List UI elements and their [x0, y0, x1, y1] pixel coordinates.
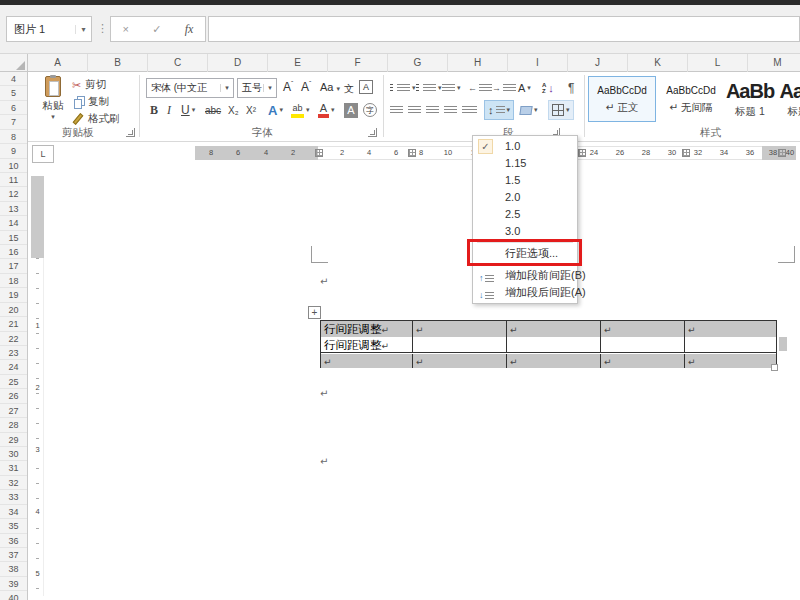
column-header-J[interactable]: J — [568, 54, 628, 72]
sort-button[interactable]: AZ ↓ — [542, 78, 554, 98]
underline-dropdown-icon[interactable]: ▾ — [192, 106, 196, 114]
row-header-26[interactable]: 26 — [0, 389, 27, 403]
row-header-6[interactable]: 6 — [0, 101, 27, 115]
style-item-heading2[interactable]: AaB 标题 — [776, 76, 800, 122]
font-name-combo[interactable]: 宋体 (中文正 ▾ — [146, 78, 234, 98]
insert-function-icon[interactable]: fx — [185, 22, 194, 37]
table-cell[interactable]: ↵ — [321, 354, 413, 368]
row-header-23[interactable]: 23 — [0, 346, 27, 360]
row-header-11[interactable]: 11 — [0, 173, 27, 187]
menu-item-1.5[interactable]: 1.5 — [473, 172, 577, 189]
font-dialog-launcher-icon[interactable] — [368, 128, 377, 137]
name-box[interactable]: 图片 1 ▾ — [6, 16, 92, 42]
table-cell[interactable]: ↵ — [601, 321, 685, 337]
clipboard-dialog-launcher-icon[interactable] — [126, 128, 135, 137]
row-header-40[interactable]: 40 — [0, 591, 27, 600]
font-size-dropdown-icon[interactable]: ▾ — [263, 84, 276, 92]
bullets-button[interactable]: ▾ — [390, 78, 416, 98]
row-header-13[interactable]: 13 — [0, 202, 27, 216]
font-color-button[interactable]: A ▾ — [318, 100, 335, 120]
table-cell[interactable]: ↵ — [507, 321, 601, 337]
ruler-table-marker-icon[interactable] — [315, 149, 323, 157]
text-effects-button[interactable]: A▾ — [268, 100, 283, 120]
table-cell[interactable] — [601, 337, 685, 352]
document-table[interactable]: 行间距调整↵ ↵ ↵ ↵ ↵ 行间距调整↵ ↵ ↵ ↵ ↵ ↵ — [320, 320, 777, 368]
row-header-20[interactable]: 20 — [0, 303, 27, 317]
style-item-normal[interactable]: AaBbCcDd ↵ 正文 — [588, 76, 656, 122]
row-header-9[interactable]: 9 — [0, 144, 27, 158]
paste-button[interactable]: 粘贴 ▾ — [36, 76, 70, 126]
row-header-27[interactable]: 27 — [0, 404, 27, 418]
subscript-button[interactable]: X₂ — [228, 100, 239, 120]
table-cell[interactable]: 行间距调整↵ — [321, 321, 413, 337]
show-hide-marks-button[interactable]: ¶ — [568, 78, 574, 98]
menu-item-增加段后间距(A)[interactable]: 增加段后间距(A)↓ — [473, 284, 577, 301]
row-header-4[interactable]: 4 — [0, 72, 27, 86]
formula-input[interactable] — [208, 16, 800, 42]
borders-button[interactable]: ▾ — [548, 100, 574, 120]
asian-layout-button[interactable]: A▾ — [518, 78, 531, 98]
align-left-button[interactable] — [390, 100, 403, 120]
column-header-C[interactable]: C — [148, 54, 208, 72]
column-header-L[interactable]: L — [688, 54, 748, 72]
justify-button[interactable] — [444, 100, 457, 120]
table-move-handle[interactable]: + — [308, 306, 321, 319]
menu-item-1.0[interactable]: 1.0✓ — [473, 138, 577, 155]
tab-stop-selector[interactable]: L — [32, 145, 54, 163]
phonetic-guide-button[interactable]: 文 — [344, 82, 354, 96]
name-box-dropdown-icon[interactable]: ▾ — [75, 25, 91, 34]
column-header-E[interactable]: E — [268, 54, 328, 72]
cancel-icon[interactable]: × — [123, 23, 129, 35]
row-header-15[interactable]: 15 — [0, 231, 27, 245]
align-right-button[interactable] — [426, 100, 439, 120]
ruler-table-marker-icon[interactable] — [408, 149, 416, 157]
row-header-18[interactable]: 18 — [0, 274, 27, 288]
row-header-5[interactable]: 5 — [0, 86, 27, 100]
menu-item-2.5[interactable]: 2.5 — [473, 206, 577, 223]
row-header-19[interactable]: 19 — [0, 288, 27, 302]
character-shading-button[interactable]: A — [344, 100, 358, 120]
table-cell[interactable]: ↵ — [413, 321, 507, 337]
bold-button[interactable]: B — [150, 100, 158, 120]
decrease-indent-button[interactable]: ← — [468, 78, 492, 98]
row-header-31[interactable]: 31 — [0, 461, 27, 475]
row-header-8[interactable]: 8 — [0, 130, 27, 144]
ruler-table-marker-icon[interactable] — [778, 149, 786, 157]
row-header-35[interactable]: 35 — [0, 519, 27, 533]
font-name-dropdown-icon[interactable]: ▾ — [220, 84, 233, 92]
column-header-D[interactable]: D — [208, 54, 268, 72]
row-header-24[interactable]: 24 — [0, 360, 27, 374]
ruler-table-marker-icon[interactable] — [682, 149, 690, 157]
table-cell[interactable]: ↵ — [685, 321, 776, 337]
table-resize-handle[interactable] — [771, 364, 778, 371]
formula-bar-splitter-icon[interactable]: ⋮ — [97, 22, 108, 35]
row-header-32[interactable]: 32 — [0, 476, 27, 490]
character-border-button[interactable]: A — [359, 80, 373, 94]
menu-item-3.0[interactable]: 3.0 — [473, 223, 577, 240]
row-header-25[interactable]: 25 — [0, 375, 27, 389]
row-header-22[interactable]: 22 — [0, 332, 27, 346]
shrink-font-button[interactable]: Aˇ — [301, 80, 311, 94]
column-header-F[interactable]: F — [328, 54, 388, 72]
column-header-K[interactable]: K — [628, 54, 688, 72]
table-cell[interactable]: 行间距调整↵ — [321, 337, 413, 352]
font-size-combo[interactable]: 五号 ▾ — [237, 78, 277, 98]
table-cell[interactable]: ↵ — [685, 354, 776, 368]
italic-button[interactable]: I — [167, 100, 171, 120]
ruler-table-marker-icon[interactable] — [578, 149, 586, 157]
style-item-no-spacing[interactable]: AaBbCcDd ↵ 无间隔 — [658, 76, 724, 122]
table-cell[interactable] — [507, 337, 601, 352]
row-header-28[interactable]: 28 — [0, 418, 27, 432]
column-header-M[interactable]: M — [748, 54, 800, 72]
menu-item-2.0[interactable]: 2.0 — [473, 189, 577, 206]
row-header-29[interactable]: 29 — [0, 433, 27, 447]
column-header-B[interactable]: B — [88, 54, 148, 72]
row-header-34[interactable]: 34 — [0, 505, 27, 519]
menu-item-增加段前间距(B)[interactable]: 增加段前间距(B)↑ — [473, 267, 577, 284]
table-cell[interactable] — [413, 337, 507, 352]
row-header-38[interactable]: 38 — [0, 562, 27, 576]
numbering-button[interactable]: ▾ — [416, 78, 442, 98]
increase-indent-button[interactable]: → — [492, 78, 516, 98]
table-cell[interactable]: ↵ — [601, 354, 685, 368]
enter-check-icon[interactable]: ✓ — [152, 23, 161, 36]
